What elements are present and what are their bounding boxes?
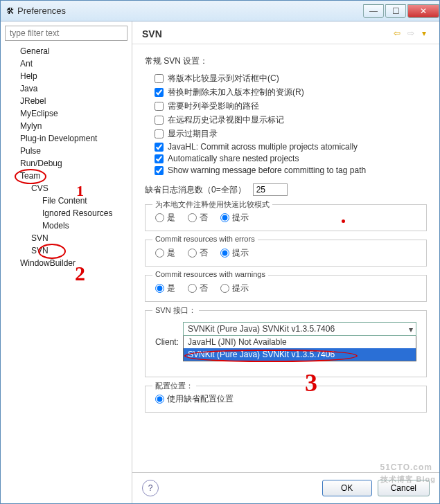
filter-input[interactable] [5, 26, 127, 41]
client-selected: SVNKit (Pure Java) SVNKit v1.3.5.7406 [184, 323, 416, 335]
tree-item-plug-in-development[interactable]: Plug-in Development [5, 132, 127, 145]
ok-button[interactable]: OK [322, 480, 372, 496]
client-dropdown[interactable]: SVNKit (Pure Java) SVNKit v1.3.5.7406 ▾ [183, 322, 416, 336]
radio-option[interactable]: 否 [188, 213, 208, 222]
checkbox-option[interactable]: 替换时删除未加入版本控制的资源(R) [145, 87, 427, 98]
dialog-buttons: ? OK Cancel [132, 472, 439, 503]
svn-interface-group: SVN 接口： Client: SVNKit (Pure Java) SVNKi… [145, 310, 427, 377]
radio-option[interactable]: 提示 [220, 283, 249, 293]
tree-item-general[interactable]: General [5, 45, 127, 57]
annotation-dot [342, 219, 345, 223]
page-title: SVN [142, 28, 391, 39]
checkbox-option[interactable]: Show warning message before committing t… [145, 165, 427, 175]
tree-item-models[interactable]: Models [5, 219, 127, 232]
warnings-legend: Commit resources with warnings [152, 270, 268, 278]
back-icon[interactable]: ⇦ [391, 28, 403, 39]
tree-item-team[interactable]: Team [5, 170, 127, 182]
titlebar[interactable]: 🛠 Preferences — ☐ ✕ [1, 1, 439, 21]
commit-errors-group: Commit resources with errors 是否提示 [145, 240, 427, 267]
tree-item-run-debug[interactable]: Run/Debug [5, 157, 127, 170]
dropdown-option[interactable]: JavaHL (JNI) Not Available [184, 336, 416, 348]
menu-icon[interactable]: ▾ [419, 28, 430, 39]
radio-option[interactable]: 是 [155, 213, 175, 222]
maximize-button[interactable]: ☐ [385, 4, 406, 18]
tree-item-windowbuilder[interactable]: WindowBuilder [5, 257, 127, 269]
compare-mode-group: 为本地文件注释使用快速比较模式 是否提示 [145, 204, 427, 231]
logcount-input[interactable] [253, 183, 288, 196]
tree-item-svn[interactable]: SVN [5, 232, 127, 244]
tree-item-ant[interactable]: Ant [5, 57, 127, 70]
tree-item-svn[interactable]: SVN [5, 244, 127, 257]
preferences-window: 🛠 Preferences — ☐ ✕ GeneralAntHelpJavaJR… [0, 0, 440, 504]
client-label: Client: [155, 337, 179, 347]
logcount-label: 缺省日志消息数（0=全部） [145, 184, 246, 196]
checkbox-option[interactable]: 将版本比较显示到对话框中(C) [145, 73, 427, 84]
chevron-down-icon: ▾ [409, 325, 413, 334]
radio-option[interactable]: 提示 [220, 248, 249, 258]
tree-item-pulse[interactable]: Pulse [5, 145, 127, 157]
radio-option[interactable]: 是 [155, 283, 175, 293]
help-button[interactable]: ? [142, 480, 159, 496]
minimize-button[interactable]: — [363, 4, 384, 18]
window-title: Preferences [15, 6, 362, 16]
tree-item-file-content[interactable]: File Content [5, 195, 127, 207]
client-dropdown-list: JavaHL (JNI) Not AvailableSVNKit (Pure J… [183, 336, 416, 361]
radio-option[interactable]: 提示 [220, 213, 249, 222]
general-section-label: 常规 SVN 设置： [145, 55, 427, 67]
errors-legend: Commit resources with errors [152, 235, 258, 243]
interface-legend: SVN 接口： [152, 305, 199, 316]
radio-option[interactable]: 否 [188, 283, 208, 293]
content-pane: SVN ⇦ ⇨ ▾ 常规 SVN 设置： 将版本比较显示到对话框中(C)替换时删… [132, 21, 439, 503]
tree-item-jrebel[interactable]: JRebel [5, 95, 127, 107]
sidebar: GeneralAntHelpJavaJRebelMyEclipseMylynPl… [1, 21, 132, 503]
commit-warnings-group: Commit resources with warnings 是否提示 [145, 275, 427, 302]
use-default-config-radio[interactable]: 使用缺省配置位置 [155, 394, 234, 404]
tree-item-help[interactable]: Help [5, 70, 127, 82]
tree-item-mylyn[interactable]: Mylyn [5, 120, 127, 132]
forward-icon[interactable]: ⇨ [405, 28, 416, 39]
tree-item-myeclipse[interactable]: MyEclipse [5, 107, 127, 120]
app-icon: 🛠 [6, 6, 15, 16]
settings-panel: 常规 SVN 设置： 将版本比较显示到对话框中(C)替换时删除未加入版本控制的资… [132, 44, 439, 472]
dropdown-option[interactable]: SVNKit (Pure Java) SVNKit v1.3.5.7406 [184, 348, 416, 361]
tree-item-java[interactable]: Java [5, 82, 127, 95]
checkbox-option[interactable]: 在远程历史记录视图中显示标记 [145, 114, 427, 126]
cancel-button[interactable]: Cancel [378, 480, 430, 496]
checkbox-option[interactable]: JavaHL: Commit across multiple projects … [145, 142, 427, 152]
config-location-group: 配置位置： 使用缺省配置位置 [145, 386, 427, 413]
content-header: SVN ⇦ ⇨ ▾ [132, 21, 439, 44]
checkbox-option[interactable]: 显示过期目录 [145, 128, 427, 140]
tree-item-ignored-resources[interactable]: Ignored Resources [5, 207, 127, 219]
config-legend: 配置位置： [152, 381, 196, 391]
checkbox-option[interactable]: Automatically share nested projects [145, 154, 427, 163]
radio-option[interactable]: 否 [188, 248, 208, 258]
compare-legend: 为本地文件注释使用快速比较模式 [152, 199, 272, 210]
radio-option[interactable]: 是 [155, 248, 175, 258]
preferences-tree: GeneralAntHelpJavaJRebelMyEclipseMylynPl… [5, 45, 127, 499]
close-button[interactable]: ✕ [407, 4, 439, 18]
checkbox-option[interactable]: 需要时列举受影响的路径 [145, 100, 427, 112]
tree-item-cvs[interactable]: CVS [5, 182, 127, 195]
